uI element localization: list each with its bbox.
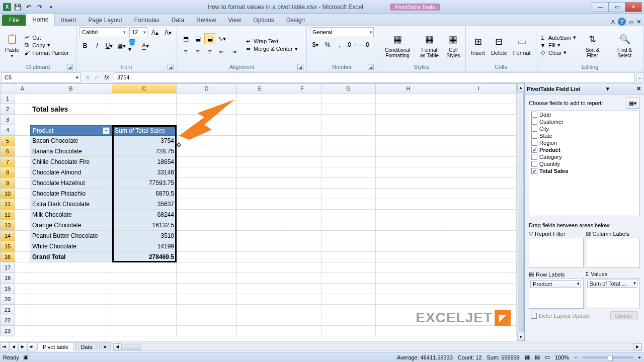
row-header-2[interactable]: 2 bbox=[0, 104, 15, 115]
home-tab[interactable]: Home bbox=[26, 14, 55, 26]
field-checkbox[interactable]: ✔ bbox=[531, 168, 537, 174]
enter-formula-icon[interactable]: ✓ bbox=[93, 74, 101, 81]
zoom-slider[interactable] bbox=[583, 356, 633, 358]
column-header-B[interactable]: B bbox=[30, 83, 112, 94]
row-header-17[interactable]: 17 bbox=[0, 262, 15, 273]
values-dropzone[interactable]: Sum of Total ... bbox=[586, 278, 640, 308]
minimize-button[interactable]: — bbox=[592, 2, 609, 12]
update-button[interactable]: Update bbox=[610, 311, 638, 320]
macro-record-icon[interactable]: ▣ bbox=[23, 354, 28, 360]
fx-icon[interactable]: fx bbox=[102, 74, 112, 81]
decrease-font-icon[interactable]: A▾ bbox=[163, 27, 174, 38]
column-header-I[interactable]: I bbox=[441, 83, 517, 94]
field-item-category[interactable]: Category bbox=[529, 153, 639, 160]
row-header-9[interactable]: 9 bbox=[0, 178, 15, 189]
help-icon[interactable]: ? bbox=[618, 18, 626, 26]
currency-icon[interactable]: $▾ bbox=[310, 39, 321, 50]
sort-filter-button[interactable]: ⇅Sort & Filter bbox=[578, 31, 607, 59]
restore-workbook-icon[interactable]: ▭ bbox=[629, 19, 633, 25]
row-header-11[interactable]: 11 bbox=[0, 199, 15, 210]
bold-button[interactable]: B bbox=[79, 40, 91, 51]
view-tab[interactable]: View bbox=[222, 15, 248, 26]
close-workbook-icon[interactable]: ✕ bbox=[636, 19, 641, 25]
field-item-region[interactable]: Region bbox=[529, 139, 639, 146]
scroll-down-icon[interactable]: ▼ bbox=[517, 333, 524, 341]
align-middle-icon[interactable]: ⬓ bbox=[192, 33, 203, 44]
layout-options-button[interactable]: ▦▾ bbox=[626, 98, 640, 109]
clear-button[interactable]: ◇Clear ▾ bbox=[539, 49, 576, 56]
align-top-icon[interactable]: ⬒ bbox=[180, 33, 191, 44]
row-header-5[interactable]: 5 bbox=[0, 136, 15, 146]
align-right-icon[interactable]: ≡ bbox=[204, 46, 215, 57]
pane-dropdown-icon[interactable]: ▾ bbox=[604, 85, 611, 92]
cancel-formula-icon[interactable]: ✕ bbox=[84, 74, 92, 81]
dialog-launcher-icon[interactable]: ◢ bbox=[297, 64, 303, 70]
report-filter-dropzone[interactable] bbox=[529, 238, 583, 268]
defer-checkbox[interactable] bbox=[531, 313, 537, 319]
scroll-right-icon[interactable]: ▶ bbox=[633, 343, 641, 350]
row-labels-dropzone[interactable]: Product bbox=[529, 279, 583, 309]
autosum-button[interactable]: ΣAutoSum ▾ bbox=[539, 34, 576, 41]
cell-styles-button[interactable]: ▦Cell Styles bbox=[444, 31, 462, 59]
vertical-scrollbar[interactable]: ▲ ▼ bbox=[517, 83, 524, 341]
name-box[interactable]: C5 bbox=[1, 72, 80, 82]
align-center-icon[interactable]: ≡ bbox=[192, 46, 203, 57]
last-sheet-icon[interactable]: ⏭ bbox=[27, 342, 36, 351]
insert-cells-button[interactable]: ⊞Insert bbox=[469, 34, 487, 57]
row-header-8[interactable]: 8 bbox=[0, 167, 15, 178]
scroll-up-icon[interactable]: ▲ bbox=[517, 83, 524, 92]
new-sheet-button[interactable]: ✦ bbox=[99, 342, 111, 351]
zoom-in-icon[interactable]: + bbox=[638, 354, 641, 360]
column-header-H[interactable]: H bbox=[376, 83, 441, 94]
zoom-level[interactable]: 100% bbox=[555, 354, 569, 360]
zoom-out-icon[interactable]: − bbox=[574, 354, 577, 360]
row-header-13[interactable]: 13 bbox=[0, 220, 15, 231]
options-tab[interactable]: Options bbox=[247, 15, 280, 26]
number-format-combo[interactable]: General bbox=[310, 27, 374, 37]
align-left-icon[interactable]: ≡ bbox=[180, 46, 191, 57]
row-header-23[interactable]: 23 bbox=[0, 326, 15, 336]
font-size-combo[interactable]: 12 bbox=[129, 27, 147, 37]
field-item-product[interactable]: ✔Product bbox=[529, 146, 639, 153]
conditional-formatting-button[interactable]: ▦Conditional Formatting bbox=[380, 31, 415, 59]
field-checkbox[interactable] bbox=[531, 161, 537, 167]
row-header-15[interactable]: 15 bbox=[0, 241, 15, 252]
row-header-10[interactable]: 10 bbox=[0, 189, 15, 199]
increase-font-icon[interactable]: A▴ bbox=[149, 27, 160, 38]
redo-icon[interactable]: ↷ bbox=[35, 3, 44, 12]
field-checkbox[interactable] bbox=[531, 140, 537, 146]
view-pagebreak-icon[interactable]: ▭ bbox=[545, 354, 550, 360]
field-item-date[interactable]: Date bbox=[529, 111, 639, 118]
format-cells-button[interactable]: ▭Format bbox=[511, 34, 533, 57]
cells-area[interactable]: ✥ Total salesProduct▾Sum of Total SalesB… bbox=[15, 94, 517, 341]
scroll-left-icon[interactable]: ◀ bbox=[113, 343, 121, 350]
insert-tab[interactable]: Insert bbox=[55, 15, 82, 26]
increase-indent-icon[interactable]: ⇥ bbox=[228, 46, 239, 57]
save-icon[interactable]: 💾 bbox=[13, 3, 22, 12]
dialog-launcher-icon[interactable]: ◢ bbox=[168, 64, 174, 70]
maximize-button[interactable]: ▭ bbox=[608, 2, 625, 12]
formula-input[interactable]: 3754 bbox=[114, 72, 635, 82]
find-select-button[interactable]: 🔍Find & Select bbox=[609, 31, 640, 59]
format-painter-button[interactable]: 🖌Format Painter bbox=[23, 49, 69, 56]
row-header-7[interactable]: 7 bbox=[0, 157, 15, 167]
align-bottom-icon[interactable]: ⬓ bbox=[204, 33, 215, 44]
design-tab[interactable]: Design bbox=[280, 15, 311, 26]
values-field-pill[interactable]: Sum of Total ... bbox=[587, 280, 637, 288]
increase-decimal-icon[interactable]: .0→ bbox=[346, 39, 357, 50]
font-color-button[interactable]: A▾ bbox=[140, 40, 151, 51]
row-header-3[interactable]: 3 bbox=[0, 115, 15, 125]
dialog-launcher-icon[interactable]: ◢ bbox=[368, 64, 374, 70]
field-checkbox[interactable] bbox=[531, 154, 537, 160]
column-header-F[interactable]: F bbox=[283, 83, 321, 94]
row-header-21[interactable]: 21 bbox=[0, 305, 15, 315]
column-header-A[interactable]: A bbox=[15, 83, 30, 94]
fill-button[interactable]: ▼Fill ▾ bbox=[539, 42, 576, 49]
field-item-quantity[interactable]: Quantity bbox=[529, 160, 639, 167]
field-checkbox[interactable] bbox=[531, 119, 537, 125]
border-button[interactable]: ▦▾ bbox=[116, 40, 127, 51]
view-layout-icon[interactable]: ▤ bbox=[535, 354, 540, 360]
column-labels-dropzone[interactable] bbox=[586, 238, 640, 268]
hscroll-thumb[interactable] bbox=[121, 344, 141, 350]
data-tab[interactable]: Data bbox=[166, 15, 190, 26]
